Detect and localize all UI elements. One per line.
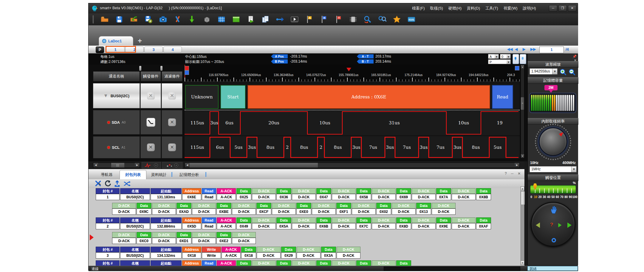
bus-segment-address[interactable]: Address : 0X6E xyxy=(247,85,490,109)
packet-value-cell[interactable]: D-ACK xyxy=(272,208,296,215)
menu-window[interactable]: 視窗(W) xyxy=(501,5,520,12)
packet-value-cell[interactable]: 2 xyxy=(96,223,120,229)
packet-row[interactable]: 封包 #名稱起始點AddressReadA-ACKDataD-ACKDataD-… xyxy=(96,217,492,229)
packet-value-cell[interactable]: 0X49 xyxy=(236,223,251,229)
column-header-channel-name[interactable]: 通道名稱 xyxy=(93,71,140,81)
packet-value-cell[interactable]: A-ACK xyxy=(217,194,236,200)
packet-value-cell[interactable]: 0X8D xyxy=(396,223,411,229)
goto-marker-a-button[interactable] xyxy=(513,54,519,64)
packet-value-cell[interactable]: BUS0(I2C) xyxy=(120,194,150,200)
packet-value-cell[interactable]: 0X47 xyxy=(316,194,331,200)
export-doc-icon[interactable] xyxy=(247,15,255,24)
screenshot-icon[interactable] xyxy=(159,15,167,24)
pan-right-icon[interactable] xyxy=(567,222,572,228)
packet-value-cell[interactable]: 0X9E xyxy=(436,223,451,229)
menu-data[interactable]: 資料(D) xyxy=(465,5,482,12)
flag-a-icon[interactable]: A xyxy=(305,15,313,24)
filter-none-icon[interactable]: ✕ xyxy=(168,118,176,126)
channel-grid-icon[interactable] xyxy=(217,15,226,24)
save-file-icon[interactable] xyxy=(115,15,123,24)
bus-decode-row[interactable]: UnknownStartAddress : 0X6ERead xyxy=(185,84,520,109)
scroll-right-icon[interactable]: ▶ xyxy=(515,163,519,168)
channel-row-scl[interactable]: SCL A1 xyxy=(93,136,140,158)
packet-value-cell[interactable]: D-ACK xyxy=(257,252,281,259)
sda-waveform-row[interactable]: 115us3us6us20us10us31us10us19 xyxy=(185,111,520,135)
play-icon[interactable] xyxy=(558,223,561,227)
packet-value-cell[interactable]: 0X5A xyxy=(276,223,291,229)
tab-packet-list[interactable]: 封包列表 xyxy=(120,170,146,180)
numeric-display-icon[interactable]: 0101 xyxy=(407,15,416,24)
packet-value-cell[interactable]: BUS0(I2C) xyxy=(120,223,150,229)
media-player-icon[interactable] xyxy=(290,15,299,24)
packet-value-cell[interactable]: D-ACK xyxy=(252,194,276,200)
export-icon[interactable] xyxy=(114,180,121,188)
refresh-icon[interactable] xyxy=(104,180,112,188)
sampling-icon[interactable] xyxy=(188,15,196,24)
zoom-tools-icon[interactable] xyxy=(378,15,386,24)
packet-value-cell[interactable]: 0X7C xyxy=(356,223,371,229)
packet-value-cell[interactable]: D-ACK xyxy=(372,223,396,229)
packet-value-cell[interactable]: D-ACK xyxy=(152,208,176,215)
scrollbar-thumb[interactable] xyxy=(190,163,318,168)
marker-index-select[interactable]: 0 xyxy=(500,54,511,59)
bus0-trigger-cell[interactable]: ✕ xyxy=(140,83,161,108)
packet-row[interactable]: 封包 #名稱起始點AddressWriteA-ACKDataD-ACKDataD… xyxy=(96,247,361,259)
packet-value-cell[interactable]: 0X25 xyxy=(236,194,251,200)
bus-segment-read[interactable]: Read xyxy=(492,85,513,109)
packet-value-cell[interactable]: 0X69 xyxy=(396,194,411,200)
trigger-none-icon[interactable]: ✕ xyxy=(147,143,155,151)
bus-segment-start[interactable]: Start xyxy=(220,85,246,109)
time-ruler[interactable]: 116.937905us126.650694us136.363483us146.… xyxy=(185,65,520,82)
packet-value-cell[interactable]: 0XE2 xyxy=(216,238,231,244)
packet-value-cell[interactable]: 3 xyxy=(96,252,120,259)
packet-value-cell[interactable]: D-ACK xyxy=(337,252,360,259)
zoom-in-icon[interactable] xyxy=(559,68,567,76)
column-header-trigger[interactable]: 觸發條件 xyxy=(140,71,161,81)
flag-b-icon[interactable]: B xyxy=(320,15,328,24)
packet-value-cell[interactable]: 0X36 xyxy=(276,194,291,200)
collapse-triangle-icon[interactable]: ▼ xyxy=(103,93,108,98)
settings-tools-icon[interactable] xyxy=(174,15,182,24)
packet-row[interactable]: 封包 #名稱起始點AddressReadA-ACKDataD-ACKDataD-… xyxy=(96,188,492,200)
packet-row[interactable]: D-ACKDataD-ACKDataD-ACKDataD-ACKDataD-AC… xyxy=(112,203,456,215)
zoom-out-icon[interactable] xyxy=(568,68,576,76)
favorites-icon[interactable] xyxy=(393,15,401,24)
zoom-undo-icon[interactable] xyxy=(363,15,372,24)
zoom-scale-select[interactable]: 1.942558us xyxy=(530,68,558,75)
memory-size-badge[interactable]: 2M xyxy=(544,85,558,90)
packet-value-cell[interactable]: D-ACK xyxy=(192,208,216,215)
page-number-input[interactable] xyxy=(539,47,564,53)
scroll-right-icon[interactable]: ▶ xyxy=(135,163,140,168)
marker-right-flag-icon[interactable] xyxy=(515,66,519,70)
packet-value-cell[interactable]: 0X02 xyxy=(376,208,391,215)
bus0-filter-cell[interactable]: ✕ xyxy=(162,83,182,108)
menu-hardware[interactable]: 硬體(H) xyxy=(446,5,464,12)
packet-value-cell[interactable]: 0X3A xyxy=(321,252,336,259)
trigger-none-icon[interactable]: ✕ xyxy=(147,92,155,100)
sda-trigger-cell[interactable] xyxy=(140,110,161,135)
packet-value-cell[interactable]: D-ACK xyxy=(112,208,136,215)
packet-value-cell[interactable]: A-ACK xyxy=(217,223,236,229)
close-icon[interactable]: ✕ xyxy=(518,171,521,176)
trigger-position-slider[interactable] xyxy=(530,185,576,194)
sample-rate-knob[interactable] xyxy=(528,125,578,161)
packet-value-cell[interactable]: 131.183ms xyxy=(151,194,182,200)
flag-t-icon[interactable]: T xyxy=(334,15,343,24)
scroll-down-icon[interactable]: ▼ xyxy=(521,154,524,158)
packet-value-cell[interactable]: 0X8B xyxy=(476,194,491,200)
module-icon[interactable] xyxy=(349,15,357,24)
marker-page-select[interactable]: P xyxy=(488,59,511,64)
menu-file[interactable]: 檔案(F) xyxy=(410,5,427,12)
channel-panel-scrollbar[interactable]: ◀ ||| ▶ xyxy=(93,163,140,168)
trigger-preview-box[interactable] xyxy=(142,162,161,169)
menu-tools[interactable]: 工具(T) xyxy=(483,5,500,12)
packet-value-cell[interactable]: D-ACK xyxy=(332,223,356,229)
packet-value-cell[interactable]: D-ACK xyxy=(412,223,436,229)
trigger-marker-icon[interactable] xyxy=(533,183,537,190)
packet-value-cell[interactable]: D-ACK xyxy=(292,194,316,200)
packet-value-cell[interactable]: 0X5D xyxy=(182,223,201,229)
packet-value-cell[interactable]: D-ACK xyxy=(452,194,476,200)
pin-icon[interactable]: 📌✕ xyxy=(569,55,578,59)
packet-value-cell[interactable]: 0X29 xyxy=(281,252,296,259)
packet-value-cell[interactable]: D-ACK xyxy=(297,252,321,259)
